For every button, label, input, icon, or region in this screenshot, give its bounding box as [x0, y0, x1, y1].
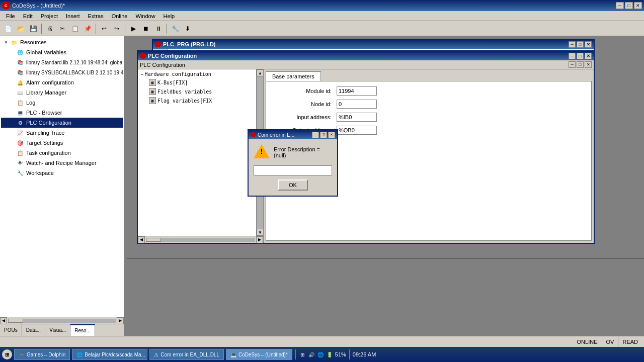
- tree-scroll-left[interactable]: ◀: [138, 236, 145, 243]
- menu-online[interactable]: Online: [108, 12, 132, 20]
- toolbar-stop[interactable]: ⏹: [140, 23, 152, 35]
- taskbar-btn-belajar[interactable]: 🌐 Belajar Plc/dcs/scada Ma...: [72, 349, 147, 360]
- menu-project[interactable]: Project: [37, 12, 62, 20]
- dialog-expand-btn[interactable]: ▽: [320, 132, 327, 138]
- dialog-minimize-btn[interactable]: ─: [312, 132, 319, 138]
- label-target-settings: Target Settings: [26, 140, 63, 146]
- config-tree-flags[interactable]: ▦ Flag variables[FIX: [139, 96, 254, 105]
- dialog-close-btn[interactable]: ✕: [328, 132, 335, 138]
- tab-pous[interactable]: POUs: [0, 324, 22, 336]
- plc-config-inner-maximize[interactable]: □: [577, 61, 584, 68]
- scroll-right-btn[interactable]: ▶: [117, 317, 124, 324]
- left-panel-scroll-x[interactable]: ◀ ▶: [0, 317, 124, 324]
- toolbar-compile[interactable]: 🔧: [169, 23, 181, 35]
- toolbar-new[interactable]: 📄: [2, 23, 14, 35]
- kbus-icon: ▦: [149, 79, 156, 86]
- dialog-text-area[interactable]: [254, 165, 332, 175]
- toolbar-save[interactable]: 💾: [27, 23, 39, 35]
- toolbar-sep-2: [96, 24, 96, 34]
- tree-item-plc-configuration[interactable]: ⚙ PLC Configuration: [1, 118, 123, 128]
- toolbar-undo[interactable]: ↩: [98, 23, 110, 35]
- menu-file[interactable]: File: [2, 12, 19, 20]
- mdi-bottom-area: [127, 258, 644, 336]
- taskbar-codesys-label: CoDeSys – (Untitled)*: [238, 352, 288, 357]
- tree-item-global-variables[interactable]: 🌐 Global Variables: [1, 47, 123, 57]
- menu-bar: File Edit Project Insert Extras Online W…: [0, 11, 644, 21]
- maximize-button[interactable]: □: [625, 2, 633, 9]
- icon-sampling-trace: 📈: [16, 129, 24, 137]
- plc-config-inner-close[interactable]: ✕: [585, 61, 592, 68]
- plc-prg-minimize-btn[interactable]: ─: [569, 41, 576, 48]
- tab-reso[interactable]: Reso...: [70, 324, 95, 336]
- icon-log: 📋: [16, 99, 24, 107]
- menu-extras[interactable]: Extras: [84, 12, 107, 20]
- tree-item-library-manager[interactable]: 📖 Library Manager: [1, 87, 123, 98]
- tree-item-task-configuration[interactable]: 📋 Task configuration: [1, 148, 123, 158]
- menu-insert[interactable]: Insert: [62, 12, 84, 20]
- toolbar-redo[interactable]: ↪: [111, 23, 123, 35]
- tree-item-lib-standard[interactable]: 📚 library Standard.lib 2.12.10 19:48:34:…: [1, 57, 123, 67]
- plc-config-inner-minimize[interactable]: ─: [569, 61, 576, 68]
- output-address-input[interactable]: [337, 126, 377, 135]
- toolbar-paste[interactable]: 📌: [82, 23, 94, 35]
- tree-scroll-down[interactable]: ▼: [257, 229, 263, 236]
- toolbar-run[interactable]: ▶: [127, 23, 139, 35]
- menu-help[interactable]: Help: [159, 12, 179, 20]
- plc-prg-maximize-btn[interactable]: □: [577, 41, 584, 48]
- tree-item-sampling-trace[interactable]: 📈 Sampling Trace: [1, 128, 123, 138]
- toolbar-sep-4: [167, 24, 167, 34]
- taskbar-btn-games[interactable]: 🎮 Games – Dolphin: [14, 349, 70, 360]
- toolbar-print[interactable]: 🖨: [44, 23, 56, 35]
- scroll-left-btn[interactable]: ◀: [0, 317, 7, 324]
- config-tree-kbus[interactable]: ▦ K-Bus[FIX]: [139, 78, 254, 87]
- config-tree-scroll-x[interactable]: ◀ ▶: [138, 236, 263, 243]
- tree-item-target-settings[interactable]: 🎯 Target Settings: [1, 138, 123, 148]
- flags-icon: ▦: [149, 97, 156, 104]
- tree-scroll-up[interactable]: ▲: [257, 69, 263, 76]
- toolbar-pause[interactable]: ⏸: [152, 23, 165, 35]
- toolbar-cut[interactable]: ✂: [56, 23, 68, 35]
- tree-item-plc-browser[interactable]: 💻 PLC - Browser: [1, 108, 123, 118]
- config-tree-fieldbus[interactable]: ▦ Fieldbus variables: [139, 87, 254, 96]
- tree-scroll-right[interactable]: ▶: [256, 236, 263, 243]
- tree-item-log[interactable]: 📋 Log: [1, 98, 123, 108]
- resource-tree[interactable]: ▼ 📁 Resources 🌐 Global Variables 📚 libra…: [0, 36, 124, 317]
- node-id-input[interactable]: [337, 100, 377, 109]
- status-read: READ: [618, 336, 642, 347]
- taskbar-games-label: Games – Dolphin: [27, 352, 65, 357]
- toolbar-open[interactable]: 📂: [15, 23, 27, 35]
- tab-visua[interactable]: Visua...: [45, 324, 70, 336]
- status-bar: ONLINE OV READ: [0, 336, 644, 347]
- menu-edit[interactable]: Edit: [19, 12, 37, 20]
- module-id-row: Module id:: [271, 86, 586, 96]
- toolbar-copy[interactable]: 📋: [69, 23, 81, 35]
- tree-item-resources[interactable]: ▼ 📁 Resources: [1, 37, 123, 47]
- expand-icon-task: [9, 150, 15, 156]
- tree-item-alarm-config[interactable]: 🔔 Alarm configuration: [1, 77, 123, 87]
- taskbar: ⊞ 🎮 Games – Dolphin 🌐 Belajar Plc/dcs/sc…: [0, 347, 644, 362]
- dialog-ok-button[interactable]: OK: [278, 179, 308, 191]
- plc-config-close-btn[interactable]: ✕: [585, 53, 592, 59]
- tree-item-watch-recipe[interactable]: 👁 Watch- and Recipe Manager: [1, 158, 123, 168]
- input-address-input[interactable]: [337, 113, 377, 122]
- minimize-button[interactable]: ─: [616, 2, 624, 9]
- module-id-input[interactable]: [337, 86, 377, 96]
- tab-base-parameters[interactable]: Base parameters: [266, 71, 321, 81]
- close-button[interactable]: ✕: [634, 2, 642, 9]
- plc-prg-title-text: PLC_PRG (PRG-LD): [163, 41, 216, 47]
- menu-window[interactable]: Window: [131, 12, 159, 20]
- plc-prg-close-btn[interactable]: ✕: [585, 41, 592, 48]
- tree-scroll-track: [146, 238, 255, 242]
- plc-config-maximize-btn[interactable]: □: [577, 53, 584, 59]
- tree-item-workspace[interactable]: 🔧 Workspace: [1, 168, 123, 178]
- icon-target-settings: 🎯: [16, 139, 24, 147]
- config-tree-hardware[interactable]: − Hardware configuration: [139, 70, 254, 78]
- toolbar-download[interactable]: ⬇: [182, 23, 194, 35]
- plc-config-minimize-btn[interactable]: ─: [569, 53, 576, 59]
- tray-sep-2: [349, 349, 350, 359]
- taskbar-btn-comerror[interactable]: ⚠ Com error in EA_DLL.DLL: [149, 349, 224, 360]
- taskbar-btn-codesys[interactable]: 💻 CoDeSys – (Untitled)*: [226, 349, 292, 360]
- tree-item-lib-syslibcallback[interactable]: 📚 library SYSLIBCALLBACK.LIB 2.12.10 19:…: [1, 67, 123, 77]
- tab-data[interactable]: Data...: [22, 324, 45, 336]
- start-button[interactable]: ⊞: [2, 349, 12, 359]
